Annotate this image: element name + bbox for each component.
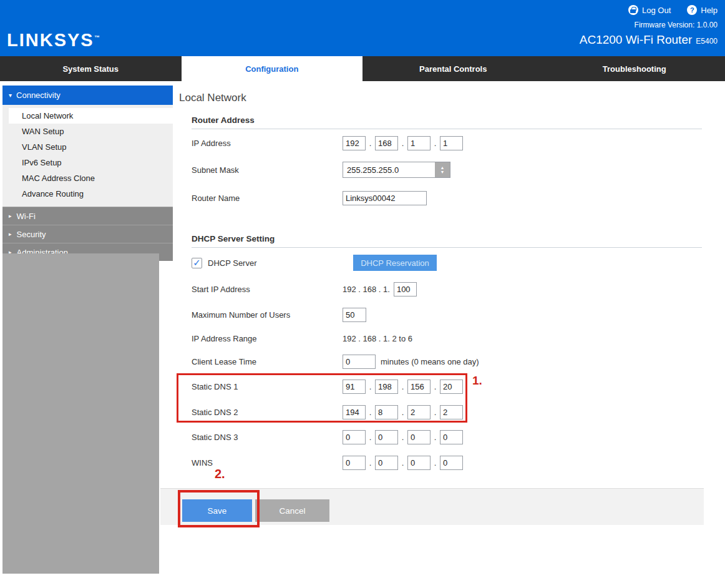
sidebar-item-wan-setup[interactable]: WAN Setup <box>2 124 173 139</box>
octet-separator: . <box>431 458 440 468</box>
save-button[interactable]: Save <box>182 499 252 522</box>
octet-separator: . <box>431 433 440 442</box>
wins-row: WINS . . . <box>192 454 702 471</box>
ip-address-octets: . . . <box>343 136 463 150</box>
subnet-mask-select[interactable]: 255.255.255.0 ▲ ▼ <box>343 162 450 178</box>
chevron-right-icon: ▸ <box>9 213 12 219</box>
dns2-octet-4-input[interactable] <box>440 405 463 419</box>
max-users-label: Maximum Number of Users <box>192 310 343 320</box>
connectivity-label: Connectivity <box>16 91 61 100</box>
octet-separator: . <box>431 382 440 391</box>
dhcp-server-label: DHCP Server <box>208 258 257 268</box>
logout-label: Log Out <box>642 6 671 15</box>
sidebar-nav: ▾ Connectivity Local Network WAN Setup V… <box>2 86 173 261</box>
start-ip-row: Start IP Address 192 . 168 . 1. <box>192 280 702 298</box>
sidebar-item-connectivity[interactable]: ▾ Connectivity <box>2 86 173 105</box>
dns1-octet-1-input[interactable] <box>343 380 366 394</box>
start-ip-field: 192 . 168 . 1. <box>343 282 417 296</box>
sidebar-item-vlan-setup[interactable]: VLAN Setup <box>2 139 173 155</box>
dns2-octet-2-input[interactable] <box>375 405 398 419</box>
dns1-octet-4-input[interactable] <box>440 380 463 394</box>
linksys-logo: LINKSYS™ <box>7 30 100 51</box>
static-dns2-row: Static DNS 2 . . . <box>192 403 702 421</box>
dns1-octet-3-input[interactable] <box>407 380 431 394</box>
logout-link[interactable]: Log Out <box>628 5 671 15</box>
static-dns3-octets: . . . <box>343 430 463 444</box>
octet-separator: . <box>366 433 375 442</box>
static-dns1-octets: . . . <box>343 380 463 394</box>
octet-separator: . <box>398 408 407 417</box>
help-label: Help <box>701 6 718 15</box>
octet-separator: . <box>366 139 375 148</box>
octet-separator: . <box>366 458 375 468</box>
wins-label: WINS <box>192 458 343 468</box>
sidebar-item-security[interactable]: ▸ Security <box>2 225 173 243</box>
ip-octet-4-input[interactable] <box>440 136 463 150</box>
wins-octet-3-input[interactable] <box>407 456 431 470</box>
subnet-mask-label: Subnet Mask <box>192 165 343 175</box>
static-dns2-octets: . . . <box>343 405 463 419</box>
dns3-octet-4-input[interactable] <box>440 430 463 444</box>
lease-time-input[interactable] <box>343 355 376 369</box>
dns1-octet-2-input[interactable] <box>375 380 398 394</box>
sidebar-item-advance-routing[interactable]: Advance Routing <box>2 186 173 202</box>
dhcp-reservation-button[interactable]: DHCP Reservation <box>353 255 437 271</box>
wins-octets: . . . <box>343 456 463 470</box>
spinner-down-icon: ▼ <box>440 170 445 174</box>
ip-octet-1-input[interactable] <box>343 136 366 150</box>
max-users-input[interactable] <box>343 308 366 322</box>
dhcp-setting-heading: DHCP Server Setting <box>192 234 702 248</box>
ip-range-label: IP Address Range <box>192 334 343 343</box>
octet-separator: . <box>398 139 407 148</box>
dns2-octet-3-input[interactable] <box>407 405 431 419</box>
app-header: LINKSYS™ Log Out ? Help Firmware Version… <box>0 0 725 56</box>
tab-configuration[interactable]: Configuration <box>182 56 363 81</box>
static-dns1-label: Static DNS 1 <box>192 382 343 391</box>
wins-octet-4-input[interactable] <box>440 456 463 470</box>
dhcp-server-row: ✓ DHCP Server DHCP Reservation <box>192 254 702 272</box>
start-ip-octet4-input[interactable] <box>394 282 417 296</box>
wins-octet-2-input[interactable] <box>375 456 398 470</box>
dhcp-server-checkbox[interactable]: ✓ <box>192 258 202 268</box>
sidebar-item-local-network[interactable]: Local Network <box>9 108 173 124</box>
sidebar-item-ipv6-setup[interactable]: IPv6 Setup <box>2 155 173 170</box>
octet-separator: . <box>398 433 407 442</box>
tab-troubleshooting[interactable]: Troubleshooting <box>544 56 725 81</box>
sidebar-filler <box>2 253 159 574</box>
subnet-mask-value: 255.255.255.0 <box>347 165 399 175</box>
static-dns2-label: Static DNS 2 <box>192 408 343 417</box>
ip-octet-2-input[interactable] <box>375 136 398 150</box>
lease-time-suffix: minutes (0 means one day) <box>381 357 479 366</box>
dns3-octet-1-input[interactable] <box>343 430 366 444</box>
header-right: Log Out ? Help Firmware Version: 1.0.00 … <box>580 5 718 47</box>
help-link[interactable]: ? Help <box>687 5 718 15</box>
max-users-row: Maximum Number of Users <box>192 306 702 323</box>
product-name: AC1200 Wi-Fi RouterE5400 <box>580 33 718 47</box>
ip-octet-3-input[interactable] <box>407 136 431 150</box>
router-name-row: Router Name <box>192 189 702 207</box>
chevron-down-icon: ▾ <box>9 92 12 99</box>
logo-text: LINKSYS <box>7 30 94 50</box>
dns2-octet-1-input[interactable] <box>343 405 366 419</box>
static-dns1-row: Static DNS 1 . . . <box>192 378 702 395</box>
lock-icon <box>628 5 638 15</box>
tab-parental-controls[interactable]: Parental Controls <box>362 56 544 81</box>
sidebar-item-wifi[interactable]: ▸ Wi-Fi <box>2 207 173 225</box>
wins-octet-1-input[interactable] <box>343 456 366 470</box>
octet-separator: . <box>398 458 407 468</box>
subnet-mask-row: Subnet Mask 255.255.255.0 ▲ ▼ <box>192 161 702 179</box>
cancel-button[interactable]: Cancel <box>255 499 329 522</box>
chevron-right-icon: ▸ <box>9 231 12 237</box>
router-name-input[interactable] <box>343 191 427 205</box>
sidebar-item-mac-address-clone[interactable]: MAC Address Clone <box>2 170 173 186</box>
tab-system-status[interactable]: System Status <box>0 56 182 81</box>
lease-time-label: Client Lease Time <box>192 357 343 366</box>
dns3-octet-2-input[interactable] <box>375 430 398 444</box>
octet-separator: . <box>366 382 375 391</box>
help-icon: ? <box>687 5 697 15</box>
dns3-octet-3-input[interactable] <box>407 430 431 444</box>
page-title: Local Network <box>179 92 246 104</box>
select-spinner[interactable]: ▲ ▼ <box>435 162 450 177</box>
session-row: Log Out ? Help <box>580 5 718 15</box>
router-address-heading: Router Address <box>192 115 702 129</box>
